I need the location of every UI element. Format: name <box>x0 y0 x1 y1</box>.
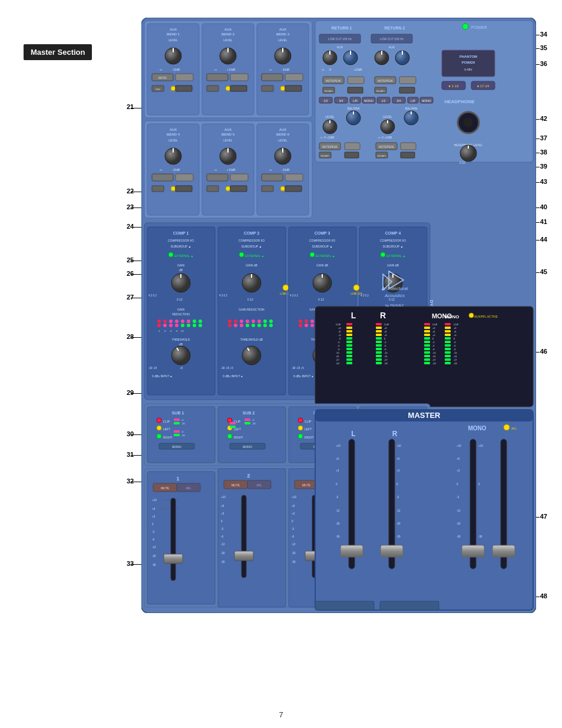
svg-text:-∞: -∞ <box>159 68 163 71</box>
svg-rect-350 <box>346 362 352 364</box>
svg-text:SIG/AFL: SIG/AFL <box>376 90 385 93</box>
svg-rect-344 <box>346 351 352 354</box>
callout-26-line <box>131 274 141 275</box>
svg-text:MUTE/PEAK: MUTE/PEAK <box>378 80 393 83</box>
svg-rect-398 <box>424 362 430 364</box>
svg-text:COMP 1: COMP 1 <box>173 231 189 235</box>
svg-rect-159 <box>401 152 415 158</box>
svg-text:AUX: AUX <box>279 128 287 131</box>
svg-text:MUTE/PEAK: MUTE/PEAK <box>322 146 338 149</box>
svg-rect-517 <box>164 554 183 564</box>
svg-rect-117 <box>399 87 415 93</box>
svg-rect-388 <box>424 344 430 347</box>
svg-text:GAIN REDUCTION: GAIN REDUCTION <box>239 308 265 311</box>
callout-24: 24 <box>127 223 134 230</box>
svg-rect-516 <box>171 498 176 581</box>
svg-point-435 <box>157 426 161 430</box>
svg-rect-386 <box>424 341 430 343</box>
svg-text:+10dB: +10dB <box>353 68 362 71</box>
svg-text:-∞: -∞ <box>159 168 163 172</box>
svg-text:-10dB: -10dB <box>172 68 180 71</box>
svg-text:CLIP: CLIP <box>305 420 312 423</box>
svg-rect-378 <box>424 327 430 329</box>
svg-rect-38 <box>262 74 283 81</box>
svg-rect-334 <box>346 334 352 336</box>
svg-rect-407 <box>445 334 451 336</box>
svg-rect-156 <box>345 152 359 158</box>
svg-point-69 <box>226 186 230 191</box>
svg-text:-∞: -∞ <box>214 68 217 71</box>
svg-point-193 <box>169 319 173 323</box>
svg-text:0   10: 0 10 <box>459 161 465 164</box>
callout-30: 30 <box>127 430 134 437</box>
svg-rect-364 <box>376 344 382 347</box>
svg-rect-445 <box>174 434 180 436</box>
svg-rect-411 <box>445 341 451 343</box>
svg-text:L: L <box>351 430 355 438</box>
svg-text:-21: -21 <box>454 355 458 358</box>
mixer-panel-svg: AUX BEND 1 LEVEL -∞ -10dB MUTE/ SIG/ AUX… <box>141 18 536 613</box>
svg-point-196 <box>187 319 190 323</box>
svg-point-194 <box>175 319 178 323</box>
svg-text:+3: +3 <box>396 469 400 472</box>
svg-point-475 <box>298 434 303 439</box>
svg-text:-30   -15 +5: -30 -15 +5 <box>221 367 233 370</box>
svg-point-240 <box>240 324 243 327</box>
svg-point-459 <box>227 434 232 439</box>
svg-text:AUX: AUX <box>224 128 232 131</box>
svg-point-233 <box>246 319 249 323</box>
svg-text:-6: -6 <box>221 535 223 538</box>
svg-point-242 <box>252 324 255 327</box>
svg-text:MONO: MONO <box>445 314 459 319</box>
svg-text:LEVEL: LEVEL <box>168 38 178 42</box>
svg-rect-376 <box>424 323 430 325</box>
svg-text:LEVEL: LEVEL <box>383 115 392 118</box>
svg-text:GAIN dB: GAIN dB <box>387 263 399 267</box>
svg-text:SUBGROUP ▲: SUBGROUP ▲ <box>242 245 262 248</box>
svg-text:AUX: AUX <box>170 28 177 31</box>
svg-point-204 <box>187 324 190 327</box>
callout-23: 23 <box>127 203 134 210</box>
svg-text:LEFT: LEFT <box>163 427 170 431</box>
svg-point-243 <box>257 324 261 327</box>
svg-point-28 <box>226 86 230 91</box>
svg-text:EXTERNAL ▲: EXTERNAL ▲ <box>316 254 335 258</box>
svg-rect-358 <box>376 334 382 336</box>
svg-text:BEND 4: BEND 4 <box>167 133 180 136</box>
svg-rect-57 <box>176 186 192 192</box>
svg-rect-70 <box>230 186 247 192</box>
svg-text:+10: +10 <box>292 496 296 499</box>
svg-rect-79 <box>262 174 283 181</box>
svg-text:AUX: AUX <box>224 28 232 31</box>
svg-rect-26 <box>230 74 248 81</box>
svg-text:+9: +9 <box>338 327 341 330</box>
svg-point-320 <box>353 285 359 291</box>
svg-rect-380 <box>424 330 430 332</box>
svg-text:R: R <box>392 430 398 438</box>
svg-text:LEVEL: LEVEL <box>278 38 287 42</box>
svg-text:BAL/PAN: BAL/PAN <box>405 107 418 110</box>
svg-text:+5: +5 <box>336 457 339 460</box>
svg-rect-366 <box>376 348 382 350</box>
svg-point-230 <box>228 319 232 323</box>
svg-text:LEFT: LEFT <box>305 427 312 431</box>
svg-text:+6: +6 <box>384 330 387 333</box>
svg-rect-394 <box>424 355 430 357</box>
svg-rect-348 <box>346 358 352 361</box>
svg-text:+10: +10 <box>336 444 340 447</box>
svg-text:LOW CUT 150 Hz: LOW CUT 150 Hz <box>328 37 352 41</box>
svg-text:+3: +3 <box>221 512 224 515</box>
svg-text:CUP: CUP <box>454 323 459 326</box>
svg-text:+6: +6 <box>152 508 156 510</box>
svg-text:-30: -30 <box>478 535 482 538</box>
svg-text:SUB 2: SUB 2 <box>243 411 255 415</box>
svg-text:-10dB: -10dB <box>172 168 180 172</box>
svg-text:-12: -12 <box>221 543 225 546</box>
svg-text:4  2  0  2: 4 2 0 2 <box>148 294 157 297</box>
svg-text:GAIN: GAIN <box>177 263 185 267</box>
svg-text:-3: -3 <box>292 528 294 531</box>
svg-point-291 <box>381 252 385 257</box>
svg-text:L/R: L/R <box>411 99 415 103</box>
svg-text:-12: -12 <box>180 330 184 332</box>
callout-30-line <box>131 434 141 435</box>
